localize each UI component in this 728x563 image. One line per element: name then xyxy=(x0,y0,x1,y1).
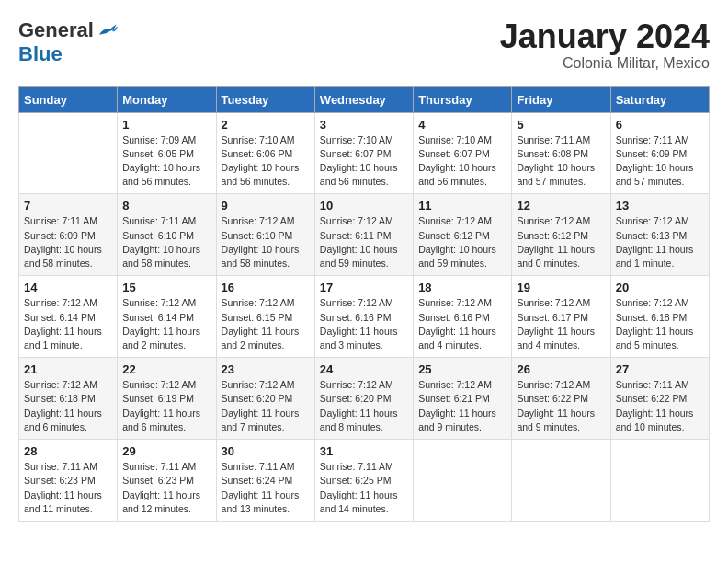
day-number: 27 xyxy=(616,362,704,376)
day-info: Sunrise: 7:12 AM Sunset: 6:20 PM Dayligh… xyxy=(222,378,310,434)
day-cell: 8Sunrise: 7:11 AM Sunset: 6:10 PM Daylig… xyxy=(118,194,216,276)
day-cell: 25Sunrise: 7:12 AM Sunset: 6:21 PM Dayli… xyxy=(414,358,512,440)
day-number: 25 xyxy=(418,362,506,376)
day-cell xyxy=(414,440,512,522)
day-cell: 15Sunrise: 7:12 AM Sunset: 6:14 PM Dayli… xyxy=(118,276,216,358)
day-info: Sunrise: 7:11 AM Sunset: 6:23 PM Dayligh… xyxy=(122,460,210,516)
day-cell: 24Sunrise: 7:12 AM Sunset: 6:20 PM Dayli… xyxy=(314,358,413,440)
week-row-1: 7Sunrise: 7:11 AM Sunset: 6:09 PM Daylig… xyxy=(19,194,710,276)
day-info: Sunrise: 7:12 AM Sunset: 6:10 PM Dayligh… xyxy=(222,214,310,270)
day-cell: 11Sunrise: 7:12 AM Sunset: 6:12 PM Dayli… xyxy=(414,194,512,276)
day-cell: 2Sunrise: 7:10 AM Sunset: 6:06 PM Daylig… xyxy=(216,112,314,194)
day-number: 4 xyxy=(418,118,506,132)
day-number: 9 xyxy=(222,199,310,213)
day-cell: 14Sunrise: 7:12 AM Sunset: 6:14 PM Dayli… xyxy=(19,276,118,358)
week-row-3: 21Sunrise: 7:12 AM Sunset: 6:18 PM Dayli… xyxy=(19,358,710,440)
days-of-week-row: SundayMondayTuesdayWednesdayThursdayFrid… xyxy=(19,86,710,112)
day-cell: 22Sunrise: 7:12 AM Sunset: 6:19 PM Dayli… xyxy=(118,358,216,440)
day-number: 24 xyxy=(320,362,408,376)
month-title: January 2024 xyxy=(500,18,710,55)
day-number: 21 xyxy=(24,362,112,376)
day-cell: 30Sunrise: 7:11 AM Sunset: 6:24 PM Dayli… xyxy=(216,440,314,522)
day-number: 7 xyxy=(24,199,112,213)
day-info: Sunrise: 7:12 AM Sunset: 6:11 PM Dayligh… xyxy=(320,214,408,270)
day-header-saturday: Saturday xyxy=(610,86,709,112)
day-cell xyxy=(19,112,118,194)
week-row-0: 1Sunrise: 7:09 AM Sunset: 6:05 PM Daylig… xyxy=(19,112,710,194)
day-info: Sunrise: 7:12 AM Sunset: 6:14 PM Dayligh… xyxy=(122,296,210,352)
day-header-sunday: Sunday xyxy=(19,86,118,112)
day-number: 11 xyxy=(418,199,506,213)
day-info: Sunrise: 7:12 AM Sunset: 6:16 PM Dayligh… xyxy=(418,296,506,352)
day-cell: 4Sunrise: 7:10 AM Sunset: 6:07 PM Daylig… xyxy=(414,112,512,194)
day-info: Sunrise: 7:12 AM Sunset: 6:17 PM Dayligh… xyxy=(517,296,605,352)
day-header-tuesday: Tuesday xyxy=(216,86,314,112)
day-cell: 5Sunrise: 7:11 AM Sunset: 6:08 PM Daylig… xyxy=(512,112,610,194)
day-number: 16 xyxy=(222,281,310,294)
day-header-thursday: Thursday xyxy=(414,86,512,112)
day-cell: 21Sunrise: 7:12 AM Sunset: 6:18 PM Dayli… xyxy=(19,358,118,440)
logo-blue: Blue xyxy=(18,42,63,65)
day-number: 22 xyxy=(122,362,210,376)
logo: General Blue xyxy=(18,18,118,66)
day-info: Sunrise: 7:11 AM Sunset: 6:22 PM Dayligh… xyxy=(616,378,704,434)
week-row-4: 28Sunrise: 7:11 AM Sunset: 6:23 PM Dayli… xyxy=(19,440,710,522)
day-number: 17 xyxy=(320,281,408,294)
day-number: 14 xyxy=(24,281,112,294)
day-number: 20 xyxy=(616,281,704,294)
day-cell: 19Sunrise: 7:12 AM Sunset: 6:17 PM Dayli… xyxy=(512,276,610,358)
day-info: Sunrise: 7:11 AM Sunset: 6:09 PM Dayligh… xyxy=(24,214,112,270)
day-cell: 28Sunrise: 7:11 AM Sunset: 6:23 PM Dayli… xyxy=(19,440,118,522)
day-number: 3 xyxy=(320,118,408,132)
day-info: Sunrise: 7:12 AM Sunset: 6:22 PM Dayligh… xyxy=(517,378,605,434)
day-cell: 23Sunrise: 7:12 AM Sunset: 6:20 PM Dayli… xyxy=(216,358,314,440)
day-cell: 12Sunrise: 7:12 AM Sunset: 6:12 PM Dayli… xyxy=(512,194,610,276)
day-cell: 17Sunrise: 7:12 AM Sunset: 6:16 PM Dayli… xyxy=(314,276,413,358)
day-header-monday: Monday xyxy=(118,86,216,112)
day-cell: 6Sunrise: 7:11 AM Sunset: 6:09 PM Daylig… xyxy=(610,112,709,194)
day-number: 31 xyxy=(320,444,408,458)
day-info: Sunrise: 7:10 AM Sunset: 6:07 PM Dayligh… xyxy=(320,133,408,190)
logo-general: General xyxy=(18,18,94,42)
day-number: 30 xyxy=(222,444,310,458)
day-info: Sunrise: 7:11 AM Sunset: 6:25 PM Dayligh… xyxy=(320,460,408,516)
day-info: Sunrise: 7:10 AM Sunset: 6:06 PM Dayligh… xyxy=(222,133,310,190)
day-cell: 3Sunrise: 7:10 AM Sunset: 6:07 PM Daylig… xyxy=(314,112,413,194)
day-number: 12 xyxy=(517,199,605,213)
day-info: Sunrise: 7:12 AM Sunset: 6:21 PM Dayligh… xyxy=(418,378,506,434)
day-cell: 20Sunrise: 7:12 AM Sunset: 6:18 PM Dayli… xyxy=(610,276,709,358)
day-info: Sunrise: 7:12 AM Sunset: 6:12 PM Dayligh… xyxy=(418,214,506,270)
day-header-wednesday: Wednesday xyxy=(314,86,413,112)
day-number: 13 xyxy=(616,199,704,213)
calendar-body: 1Sunrise: 7:09 AM Sunset: 6:05 PM Daylig… xyxy=(19,112,710,521)
day-info: Sunrise: 7:11 AM Sunset: 6:08 PM Dayligh… xyxy=(517,133,605,190)
day-number: 8 xyxy=(122,199,210,213)
day-cell xyxy=(512,440,610,522)
day-number: 26 xyxy=(517,362,605,376)
calendar-header: SundayMondayTuesdayWednesdayThursdayFrid… xyxy=(19,86,710,112)
day-info: Sunrise: 7:11 AM Sunset: 6:09 PM Dayligh… xyxy=(616,133,704,190)
day-info: Sunrise: 7:12 AM Sunset: 6:16 PM Dayligh… xyxy=(320,296,408,352)
day-info: Sunrise: 7:12 AM Sunset: 6:19 PM Dayligh… xyxy=(122,378,210,434)
day-info: Sunrise: 7:11 AM Sunset: 6:10 PM Dayligh… xyxy=(122,214,210,270)
day-cell: 16Sunrise: 7:12 AM Sunset: 6:15 PM Dayli… xyxy=(216,276,314,358)
day-number: 2 xyxy=(222,118,310,132)
logo-bird-icon xyxy=(96,19,118,41)
day-number: 28 xyxy=(24,444,112,458)
week-row-2: 14Sunrise: 7:12 AM Sunset: 6:14 PM Dayli… xyxy=(19,276,710,358)
day-number: 1 xyxy=(122,118,210,132)
day-cell: 7Sunrise: 7:11 AM Sunset: 6:09 PM Daylig… xyxy=(19,194,118,276)
day-cell: 29Sunrise: 7:11 AM Sunset: 6:23 PM Dayli… xyxy=(118,440,216,522)
day-info: Sunrise: 7:12 AM Sunset: 6:14 PM Dayligh… xyxy=(24,296,112,352)
day-info: Sunrise: 7:12 AM Sunset: 6:18 PM Dayligh… xyxy=(616,296,704,352)
title-block: January 2024 Colonia Militar, Mexico xyxy=(500,18,710,72)
day-cell: 26Sunrise: 7:12 AM Sunset: 6:22 PM Dayli… xyxy=(512,358,610,440)
day-cell: 31Sunrise: 7:11 AM Sunset: 6:25 PM Dayli… xyxy=(314,440,413,522)
day-header-friday: Friday xyxy=(512,86,610,112)
day-cell: 27Sunrise: 7:11 AM Sunset: 6:22 PM Dayli… xyxy=(610,358,709,440)
day-number: 18 xyxy=(418,281,506,294)
day-number: 19 xyxy=(517,281,605,294)
day-cell: 9Sunrise: 7:12 AM Sunset: 6:10 PM Daylig… xyxy=(216,194,314,276)
day-number: 15 xyxy=(122,281,210,294)
day-cell: 13Sunrise: 7:12 AM Sunset: 6:13 PM Dayli… xyxy=(610,194,709,276)
